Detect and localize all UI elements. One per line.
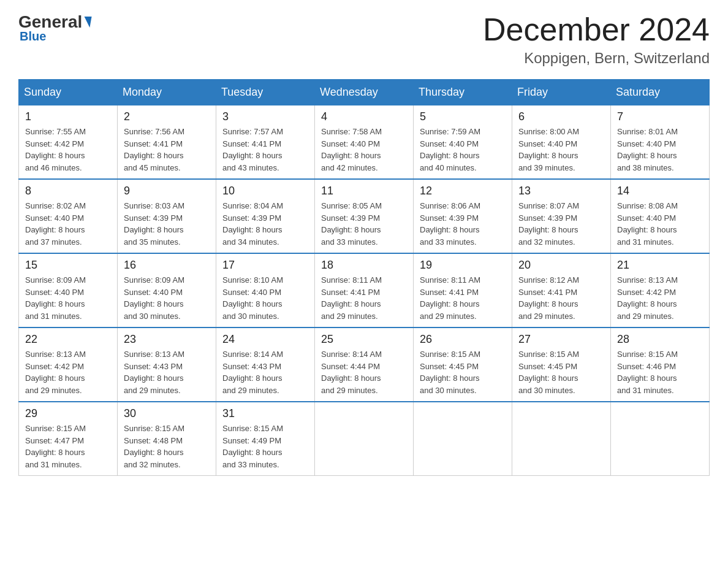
calendar-cell: 26 Sunrise: 8:15 AMSunset: 4:45 PMDaylig… (414, 327, 512, 402)
day-number: 25 (321, 333, 407, 346)
col-header-thursday: Thursday (414, 80, 512, 105)
calendar-cell: 30 Sunrise: 8:15 AMSunset: 4:48 PMDaylig… (118, 402, 216, 476)
day-number: 19 (420, 259, 506, 272)
calendar-cell: 28 Sunrise: 8:15 AMSunset: 4:46 PMDaylig… (611, 327, 710, 402)
col-header-sunday: Sunday (19, 80, 118, 105)
day-number: 3 (222, 110, 308, 123)
day-info: Sunrise: 8:11 AMSunset: 4:41 PMDaylight:… (321, 275, 382, 321)
day-info: Sunrise: 8:15 AMSunset: 4:49 PMDaylight:… (222, 424, 283, 469)
day-info: Sunrise: 8:09 AMSunset: 4:40 PMDaylight:… (25, 275, 86, 321)
day-info: Sunrise: 7:58 AMSunset: 4:40 PMDaylight:… (321, 127, 382, 172)
day-info: Sunrise: 8:13 AMSunset: 4:42 PMDaylight:… (25, 350, 86, 395)
day-info: Sunrise: 8:08 AMSunset: 4:40 PMDaylight:… (617, 201, 678, 247)
day-number: 27 (518, 333, 604, 346)
day-info: Sunrise: 8:05 AMSunset: 4:39 PMDaylight:… (321, 201, 382, 247)
calendar-week-row: 15 Sunrise: 8:09 AMSunset: 4:40 PMDaylig… (19, 253, 710, 327)
calendar-cell: 10 Sunrise: 8:04 AMSunset: 4:39 PMDaylig… (216, 179, 315, 253)
day-number: 11 (321, 185, 407, 197)
day-number: 23 (124, 333, 210, 346)
day-number: 16 (124, 259, 210, 272)
calendar-cell: 22 Sunrise: 8:13 AMSunset: 4:42 PMDaylig… (19, 327, 118, 402)
calendar-cell: 16 Sunrise: 8:09 AMSunset: 4:40 PMDaylig… (118, 253, 216, 327)
day-info: Sunrise: 8:09 AMSunset: 4:40 PMDaylight:… (124, 275, 184, 321)
day-number: 6 (518, 110, 604, 123)
day-info: Sunrise: 8:07 AMSunset: 4:39 PMDaylight:… (518, 201, 579, 247)
day-info: Sunrise: 8:13 AMSunset: 4:43 PMDaylight:… (124, 350, 184, 395)
calendar-cell: 9 Sunrise: 8:03 AMSunset: 4:39 PMDayligh… (118, 179, 216, 253)
title-section: December 2024 Koppigen, Bern, Switzerlan… (483, 12, 710, 67)
calendar-cell: 11 Sunrise: 8:05 AMSunset: 4:39 PMDaylig… (315, 179, 414, 253)
day-number: 14 (617, 185, 703, 197)
day-number: 18 (321, 259, 407, 272)
calendar-cell: 5 Sunrise: 7:59 AMSunset: 4:40 PMDayligh… (414, 105, 512, 180)
month-title: December 2024 (483, 12, 710, 47)
calendar-cell: 20 Sunrise: 8:12 AMSunset: 4:41 PMDaylig… (512, 253, 611, 327)
day-info: Sunrise: 8:04 AMSunset: 4:39 PMDaylight:… (222, 201, 283, 247)
calendar-cell: 8 Sunrise: 8:02 AMSunset: 4:40 PMDayligh… (19, 179, 118, 253)
logo-arrow-icon (83, 17, 92, 28)
day-info: Sunrise: 8:00 AMSunset: 4:40 PMDaylight:… (518, 127, 579, 172)
day-number: 29 (25, 407, 111, 420)
calendar-cell: 21 Sunrise: 8:13 AMSunset: 4:42 PMDaylig… (611, 253, 710, 327)
day-info: Sunrise: 7:55 AMSunset: 4:42 PMDaylight:… (25, 127, 86, 172)
day-info: Sunrise: 8:14 AMSunset: 4:43 PMDaylight:… (222, 350, 283, 395)
calendar-cell (315, 402, 414, 476)
logo: General Blue (18, 12, 91, 44)
calendar-cell: 12 Sunrise: 8:06 AMSunset: 4:39 PMDaylig… (414, 179, 512, 253)
calendar-cell (611, 402, 710, 476)
calendar-cell (512, 402, 611, 476)
day-info: Sunrise: 7:59 AMSunset: 4:40 PMDaylight:… (420, 127, 480, 172)
calendar-cell: 19 Sunrise: 8:11 AMSunset: 4:41 PMDaylig… (414, 253, 512, 327)
calendar-cell: 31 Sunrise: 8:15 AMSunset: 4:49 PMDaylig… (216, 402, 315, 476)
day-number: 26 (420, 333, 506, 346)
location-subtitle: Koppigen, Bern, Switzerland (483, 50, 710, 67)
day-number: 10 (222, 185, 308, 197)
calendar-cell: 24 Sunrise: 8:14 AMSunset: 4:43 PMDaylig… (216, 327, 315, 402)
day-info: Sunrise: 8:02 AMSunset: 4:40 PMDaylight:… (25, 201, 86, 247)
calendar-cell: 1 Sunrise: 7:55 AMSunset: 4:42 PMDayligh… (19, 105, 118, 180)
day-number: 13 (518, 185, 604, 197)
calendar-cell: 2 Sunrise: 7:56 AMSunset: 4:41 PMDayligh… (118, 105, 216, 180)
day-info: Sunrise: 8:14 AMSunset: 4:44 PMDaylight:… (321, 350, 382, 395)
day-info: Sunrise: 8:13 AMSunset: 4:42 PMDaylight:… (617, 275, 678, 321)
col-header-tuesday: Tuesday (216, 80, 315, 105)
logo-blue-word: Blue (20, 29, 46, 44)
day-info: Sunrise: 8:15 AMSunset: 4:48 PMDaylight:… (124, 424, 184, 469)
calendar-week-row: 29 Sunrise: 8:15 AMSunset: 4:47 PMDaylig… (19, 402, 710, 476)
calendar-cell: 23 Sunrise: 8:13 AMSunset: 4:43 PMDaylig… (118, 327, 216, 402)
day-number: 5 (420, 110, 506, 123)
day-info: Sunrise: 8:03 AMSunset: 4:39 PMDaylight:… (124, 201, 184, 247)
calendar-table: SundayMondayTuesdayWednesdayThursdayFrid… (18, 79, 710, 476)
day-info: Sunrise: 8:06 AMSunset: 4:39 PMDaylight:… (420, 201, 480, 247)
day-number: 22 (25, 333, 111, 346)
day-number: 15 (25, 259, 111, 272)
day-number: 21 (617, 259, 703, 272)
day-number: 7 (617, 110, 703, 123)
calendar-cell: 27 Sunrise: 8:15 AMSunset: 4:45 PMDaylig… (512, 327, 611, 402)
day-number: 2 (124, 110, 210, 123)
col-header-wednesday: Wednesday (315, 80, 414, 105)
calendar-week-row: 22 Sunrise: 8:13 AMSunset: 4:42 PMDaylig… (19, 327, 710, 402)
calendar-cell: 7 Sunrise: 8:01 AMSunset: 4:40 PMDayligh… (611, 105, 710, 180)
day-number: 17 (222, 259, 308, 272)
day-number: 9 (124, 185, 210, 197)
day-info: Sunrise: 7:57 AMSunset: 4:41 PMDaylight:… (222, 127, 283, 172)
calendar-cell: 3 Sunrise: 7:57 AMSunset: 4:41 PMDayligh… (216, 105, 315, 180)
day-info: Sunrise: 8:15 AMSunset: 4:46 PMDaylight:… (617, 350, 678, 395)
day-info: Sunrise: 8:12 AMSunset: 4:41 PMDaylight:… (518, 275, 579, 321)
day-info: Sunrise: 8:15 AMSunset: 4:47 PMDaylight:… (25, 424, 86, 469)
col-header-monday: Monday (118, 80, 216, 105)
day-number: 4 (321, 110, 407, 123)
calendar-week-row: 8 Sunrise: 8:02 AMSunset: 4:40 PMDayligh… (19, 179, 710, 253)
day-info: Sunrise: 8:15 AMSunset: 4:45 PMDaylight:… (518, 350, 579, 395)
day-info: Sunrise: 8:11 AMSunset: 4:41 PMDaylight:… (420, 275, 480, 321)
calendar-cell: 4 Sunrise: 7:58 AMSunset: 4:40 PMDayligh… (315, 105, 414, 180)
calendar-cell: 15 Sunrise: 8:09 AMSunset: 4:40 PMDaylig… (19, 253, 118, 327)
calendar-cell: 18 Sunrise: 8:11 AMSunset: 4:41 PMDaylig… (315, 253, 414, 327)
calendar-cell: 29 Sunrise: 8:15 AMSunset: 4:47 PMDaylig… (19, 402, 118, 476)
page-header: General Blue December 2024 Koppigen, Ber… (18, 12, 710, 67)
calendar-cell: 25 Sunrise: 8:14 AMSunset: 4:44 PMDaylig… (315, 327, 414, 402)
calendar-cell: 13 Sunrise: 8:07 AMSunset: 4:39 PMDaylig… (512, 179, 611, 253)
day-number: 31 (222, 407, 308, 420)
day-number: 12 (420, 185, 506, 197)
